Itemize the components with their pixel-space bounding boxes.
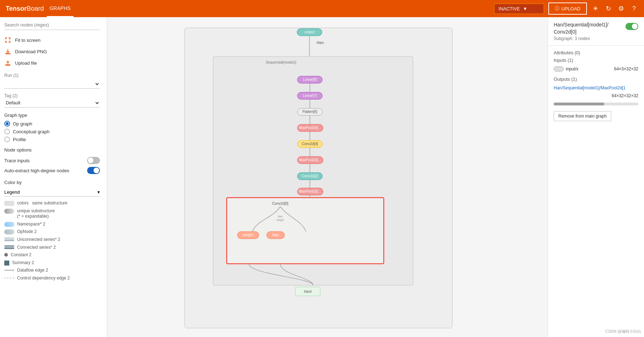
horizontal-scrollbar[interactable] xyxy=(554,103,638,105)
legend-text-connected: Connected series* 2 xyxy=(17,245,56,251)
legend-swatch-opnode xyxy=(4,229,14,234)
legend-swatch-control xyxy=(4,278,14,278)
svg-text:bias: bias xyxy=(278,215,283,218)
legend-item-namespace: Namespace* 2 xyxy=(4,220,100,228)
legend-item-constant: Constant 2 xyxy=(4,251,100,259)
graph-svg[interactable]: Han Sequential[model1] output Linear[8] … xyxy=(107,17,548,337)
help-icon[interactable]: ? xyxy=(630,4,638,13)
upload-file-icon xyxy=(4,59,11,66)
nav-graphs[interactable]: GRAPHS xyxy=(47,0,74,17)
right-panel-title-section: Han/Sequential[model1]/Conv2d[0] Subgrap… xyxy=(554,21,608,41)
legend-dropdown[interactable]: Legend ▾ xyxy=(4,188,100,197)
status-label: INACTIVE xyxy=(499,6,520,11)
radio-conceptual[interactable]: Conceptual graph xyxy=(4,129,100,134)
sidebar-inner: Fit to screen Download PNG Upload file R… xyxy=(0,17,104,285)
graph-type-title: Graph type xyxy=(4,113,100,118)
outputs-title: Outputs (1) xyxy=(554,76,638,82)
right-panel-header: Han/Sequential[model1]/Conv2d[0] Subgrap… xyxy=(548,17,644,46)
input-name: input/x xyxy=(566,66,578,71)
svg-text:weight: weight xyxy=(276,219,284,222)
tag-label: Tag (2) xyxy=(4,93,17,98)
download-png-label: Download PNG xyxy=(15,49,47,54)
legend-text-unconnected: Unconnected series* 2 xyxy=(17,237,60,243)
remove-from-main-graph-button[interactable]: Remove from main graph xyxy=(554,111,611,121)
color-by-title: Color by xyxy=(4,180,100,185)
right-panel: Han/Sequential[model1]/Conv2d[0] Subgrap… xyxy=(548,17,644,337)
subgraph-toggle[interactable] xyxy=(625,23,638,30)
legend-list: colors same substructure unique substruc… xyxy=(4,199,100,282)
fit-icon xyxy=(4,36,11,44)
svg-text:Conv2d[4]: Conv2d[4] xyxy=(302,142,318,146)
svg-text:weight: weight xyxy=(243,233,253,237)
legend-text-constant: Constant 2 xyxy=(11,252,31,258)
status-dropdown[interactable]: INACTIVE ▼ xyxy=(494,4,544,14)
svg-text:output: output xyxy=(305,30,315,34)
legend-text-colors: colors same substructure xyxy=(17,200,67,206)
svg-rect-7 xyxy=(10,41,10,43)
trace-inputs-toggle[interactable] xyxy=(87,157,100,164)
subgraph-toggle-thumb xyxy=(632,24,638,29)
svg-text:bias: bias xyxy=(272,233,279,237)
output-row: Han/Sequential[model1]/MaxPool2d[1 xyxy=(554,84,638,92)
auto-extract-toggle[interactable] xyxy=(87,167,100,174)
download-png-button[interactable]: Download PNG xyxy=(4,46,100,57)
fit-to-screen-button[interactable]: Fit to screen xyxy=(4,34,100,46)
search-input[interactable] xyxy=(4,20,100,30)
input-size: 64×3×32×32 xyxy=(614,66,638,71)
input-tag: input/x xyxy=(554,66,578,71)
svg-rect-1 xyxy=(5,38,6,39)
radio-profile-label: Profile xyxy=(13,137,26,142)
svg-text:input: input xyxy=(304,289,312,293)
upload-button[interactable]: ⓘ UPLOAD xyxy=(548,3,587,15)
inputs-title: Inputs (1) xyxy=(554,58,638,63)
chevron-down-icon: ▾ xyxy=(97,189,100,195)
app-logo: TensorBoard xyxy=(6,5,44,13)
svg-text:MaxPool2d[…: MaxPool2d[… xyxy=(299,158,322,162)
upload-file-button[interactable]: Upload file xyxy=(4,57,100,69)
radio-profile[interactable]: Profile xyxy=(4,137,100,142)
brightness-icon[interactable]: ☀ xyxy=(591,4,600,13)
radio-op-graph-circle xyxy=(4,121,10,127)
svg-text:Han: Han xyxy=(317,40,324,45)
trace-inputs-row: Trace inputs xyxy=(4,155,100,165)
legend-swatch-unconnected xyxy=(4,237,14,241)
legend-swatch-unique xyxy=(4,209,14,214)
output-name: Han/Sequential[model1]/MaxPool2d[1 xyxy=(554,85,625,90)
attributes-title: Attributes (0) xyxy=(554,50,638,55)
graph-area[interactable]: Han Sequential[model1] output Linear[8] … xyxy=(107,17,548,337)
radio-op-graph-label: Op graph xyxy=(13,121,32,127)
legend-text-summary: Summary 2 xyxy=(12,260,34,266)
radio-conceptual-circle xyxy=(4,129,10,134)
svg-rect-5 xyxy=(5,41,6,43)
auto-extract-row: Auto-extract high-degree nodes xyxy=(4,165,100,175)
app-header: TensorBoard GRAPHS INACTIVE ▼ ⓘ UPLOAD ☀… xyxy=(0,0,644,17)
legend-item-dataflow: Dataflow edge 2 xyxy=(4,267,100,274)
input-row: input/x 64×3×32×32 xyxy=(554,65,638,73)
node-options-title: Node options xyxy=(4,147,100,153)
tag-section: Tag (2) Default xyxy=(4,93,100,108)
legend-swatch-connected xyxy=(4,245,14,249)
auto-extract-label: Auto-extract high-degree nodes xyxy=(4,168,69,173)
legend-item-control: Control dependency edge 2 xyxy=(4,274,100,282)
main-layout: Fit to screen Download PNG Upload file R… xyxy=(0,17,644,337)
svg-text:Sequential[model1]: Sequential[model1] xyxy=(266,60,296,64)
legend-text-unique: unique substructure(* = expandable) xyxy=(17,208,55,219)
refresh-icon[interactable]: ↻ xyxy=(604,4,613,13)
legend-text-opnode: OpNode 2 xyxy=(17,229,37,235)
right-panel-title: Han/Sequential[model1]/Conv2d[0] xyxy=(554,21,608,35)
tag-dropdown[interactable]: Default xyxy=(4,98,100,108)
left-sidebar: Fit to screen Download PNG Upload file R… xyxy=(0,17,107,337)
svg-text:Conv2d[0]: Conv2d[0] xyxy=(272,202,288,205)
info-icon: ⓘ xyxy=(555,5,559,12)
run-label: Run (1) xyxy=(4,73,19,78)
svg-rect-3 xyxy=(10,38,10,39)
watermark: CSDN @编程小白白 xyxy=(605,329,641,334)
upload-label: UPLOAD xyxy=(562,6,580,11)
svg-text:Linear[7]: Linear[7] xyxy=(303,94,317,98)
legend-item-unconnected: Unconnected series* 2 xyxy=(4,236,100,244)
run-dropdown[interactable] xyxy=(4,79,100,89)
output-size-row: 64×32×32×32 xyxy=(554,92,638,100)
settings-icon[interactable]: ⚙ xyxy=(617,4,625,13)
radio-op-graph[interactable]: Op graph xyxy=(4,121,100,127)
legend-item-summary: Summary 2 xyxy=(4,259,100,267)
